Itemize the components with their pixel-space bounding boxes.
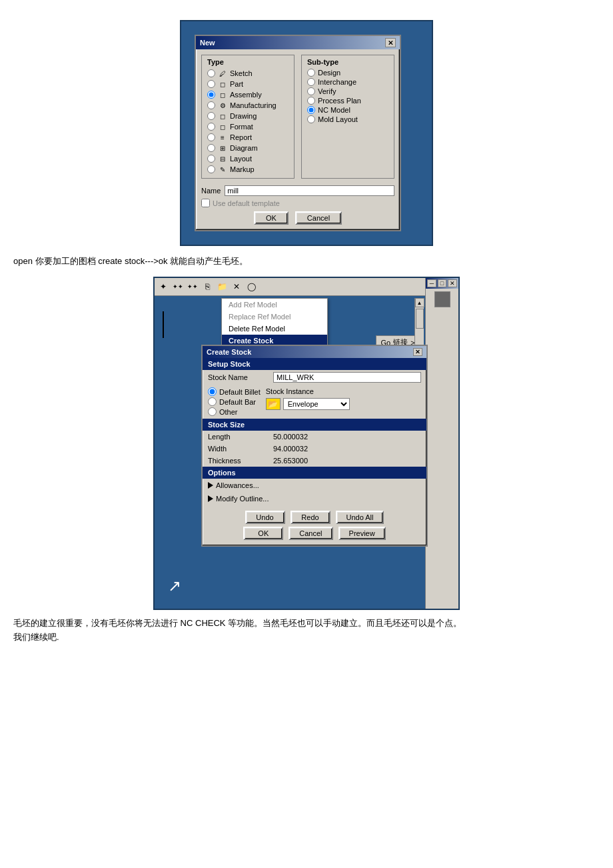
envelope-row: 📂 Envelope bbox=[266, 398, 421, 410]
allowances-row[interactable]: Allowances... bbox=[203, 479, 426, 492]
type-markup-radio[interactable] bbox=[207, 165, 215, 173]
toolbar-icon-1[interactable]: ✦ bbox=[157, 280, 170, 293]
type-drawing[interactable]: ◻ Drawing bbox=[207, 111, 289, 121]
type-drawing-radio[interactable] bbox=[207, 112, 215, 120]
right-panel-min-btn[interactable]: ─ bbox=[427, 279, 436, 287]
new-dialog-titlebar: New ✕ bbox=[196, 36, 400, 49]
undo-button[interactable]: Undo bbox=[245, 511, 285, 524]
use-default-row: Use default template bbox=[201, 199, 394, 207]
menu-delete-ref-model[interactable]: Delete Ref Model bbox=[222, 323, 327, 335]
subtype-ncmodel-radio[interactable] bbox=[307, 106, 315, 114]
scroll-up-arrow[interactable]: ▲ bbox=[415, 298, 424, 307]
cs-title: Create Stock bbox=[207, 348, 251, 356]
type-markup-label: Markup bbox=[230, 165, 255, 173]
stock-name-label: Stock Name bbox=[208, 373, 268, 381]
folder-icon[interactable]: 📂 bbox=[266, 398, 281, 410]
type-report-radio[interactable] bbox=[207, 133, 215, 141]
cs-cancel-button[interactable]: Cancel bbox=[289, 527, 332, 540]
default-bar-label: Default Bar bbox=[219, 398, 256, 406]
billet-instance-row: Default Billet Default Bar Other Stock I… bbox=[203, 385, 426, 419]
type-manufacturing[interactable]: ⚙ Manufacturing bbox=[207, 101, 289, 110]
subtype-nc-model[interactable]: NC Model bbox=[307, 106, 388, 114]
subtype-verify-radio[interactable] bbox=[307, 87, 315, 95]
default-bar-row[interactable]: Default Bar bbox=[208, 397, 261, 406]
subtype-processplan-radio[interactable] bbox=[307, 97, 315, 105]
toolbar-icon-3[interactable]: ✦✦ bbox=[186, 280, 199, 293]
screenshot-area-1: New ✕ Type 🖊 Sketch ◻ Part bbox=[180, 20, 433, 246]
new-dialog-title: New bbox=[200, 39, 215, 47]
right-panel-max-btn[interactable]: □ bbox=[438, 279, 447, 287]
type-layout-label: Layout bbox=[230, 155, 252, 163]
toolbar-icon-circle[interactable]: ◯ bbox=[245, 280, 258, 293]
undo-all-button[interactable]: Undo All bbox=[336, 511, 384, 524]
type-format[interactable]: ◻ Format bbox=[207, 122, 289, 131]
name-input[interactable] bbox=[225, 185, 394, 196]
type-part-radio[interactable] bbox=[207, 80, 215, 88]
use-default-checkbox[interactable] bbox=[201, 199, 210, 207]
modify-outline-row[interactable]: Modify Outline... bbox=[203, 492, 426, 505]
type-part-label: Part bbox=[230, 80, 243, 88]
cancel-button[interactable]: Cancel bbox=[295, 211, 342, 225]
type-assembly-label: Assembly bbox=[230, 91, 262, 99]
default-billet-label: Default Billet bbox=[219, 388, 261, 396]
toolbar-icon-2[interactable]: ✦✦ bbox=[171, 280, 185, 293]
type-assembly-radio[interactable] bbox=[207, 91, 215, 99]
cs-ok-button[interactable]: OK bbox=[243, 527, 283, 540]
toolbar-icon-close[interactable]: ✕ bbox=[230, 280, 243, 293]
subtype-interchange-radio[interactable] bbox=[307, 78, 315, 86]
default-billet-radio[interactable] bbox=[208, 387, 217, 396]
subtype-mold-layout[interactable]: Mold Layout bbox=[307, 115, 388, 123]
menu-replace-ref-model[interactable]: Replace Ref Model bbox=[222, 311, 327, 323]
type-layout[interactable]: ⊟ Layout bbox=[207, 154, 289, 163]
subtype-moldlayout-label: Mold Layout bbox=[318, 115, 358, 123]
type-assembly[interactable]: ◻ Assembly bbox=[207, 90, 289, 99]
ok-button[interactable]: OK bbox=[254, 211, 289, 225]
cs-body: Setup Stock Stock Name Default Billet De… bbox=[203, 358, 426, 545]
type-diagram-radio[interactable] bbox=[207, 144, 215, 152]
type-markup[interactable]: ✎ Markup bbox=[207, 165, 289, 174]
redo-button[interactable]: Redo bbox=[291, 511, 330, 524]
other-row[interactable]: Other bbox=[208, 407, 261, 416]
undo-redo-row: Undo Redo Undo All bbox=[208, 511, 421, 524]
type-part[interactable]: ◻ Part bbox=[207, 79, 289, 89]
type-sketch[interactable]: 🖊 Sketch bbox=[207, 69, 289, 78]
cs-preview-button[interactable]: Preview bbox=[338, 527, 386, 540]
right-panel-close-btn[interactable]: ✕ bbox=[448, 279, 457, 287]
instance-col: Stock Instance 📂 Envelope bbox=[266, 387, 421, 410]
menu-add-ref-model[interactable]: Add Ref Model bbox=[222, 299, 327, 311]
type-drawing-label: Drawing bbox=[230, 112, 257, 120]
subtype-design-radio[interactable] bbox=[307, 69, 315, 77]
type-report[interactable]: ≡ Report bbox=[207, 133, 289, 142]
toolbar-icon-folder[interactable]: 📁 bbox=[215, 280, 229, 293]
subtype-verify[interactable]: Verify bbox=[307, 87, 388, 95]
ok-cancel-row: OK Cancel Preview bbox=[208, 527, 421, 540]
cs-close-btn[interactable]: ✕ bbox=[413, 348, 422, 356]
type-format-radio[interactable] bbox=[207, 123, 215, 131]
subtype-interchange[interactable]: Interchange bbox=[307, 78, 388, 86]
other-radio[interactable] bbox=[208, 407, 217, 416]
sketch-icon: 🖊 bbox=[218, 69, 227, 78]
bg-scene-arrow-icon: ↗ bbox=[168, 577, 181, 595]
type-format-label: Format bbox=[230, 123, 253, 131]
stock-name-input[interactable] bbox=[273, 372, 421, 383]
caption-2-line-2: 我们继续吧. bbox=[13, 631, 600, 645]
toolbar-icon-copy[interactable]: ⎘ bbox=[201, 280, 214, 293]
type-sketch-radio[interactable] bbox=[207, 69, 215, 77]
subtype-moldlayout-radio[interactable] bbox=[307, 115, 315, 123]
type-diagram[interactable]: ⊞ Diagram bbox=[207, 143, 289, 153]
subtype-process-plan[interactable]: Process Plan bbox=[307, 97, 388, 105]
type-manufacturing-radio[interactable] bbox=[207, 101, 215, 109]
scroll-thumb[interactable] bbox=[416, 309, 424, 329]
envelope-select[interactable]: Envelope bbox=[283, 398, 350, 410]
new-dialog-close[interactable]: ✕ bbox=[385, 38, 396, 47]
screenshot-area-2: ✦ ✦✦ ✦✦ ⎘ 📁 ✕ ◯ Add Ref Model Replace Re… bbox=[153, 277, 460, 610]
right-panel-icon-1 bbox=[434, 291, 450, 307]
type-report-label: Report bbox=[230, 133, 252, 141]
use-default-label: Use default template bbox=[213, 199, 280, 207]
bg-scene: ↗ bbox=[155, 555, 424, 609]
default-billet-row[interactable]: Default Billet bbox=[208, 387, 261, 396]
default-bar-radio[interactable] bbox=[208, 397, 217, 406]
type-layout-radio[interactable] bbox=[207, 155, 215, 163]
subtype-design[interactable]: Design bbox=[307, 69, 388, 77]
markup-icon: ✎ bbox=[218, 165, 227, 174]
